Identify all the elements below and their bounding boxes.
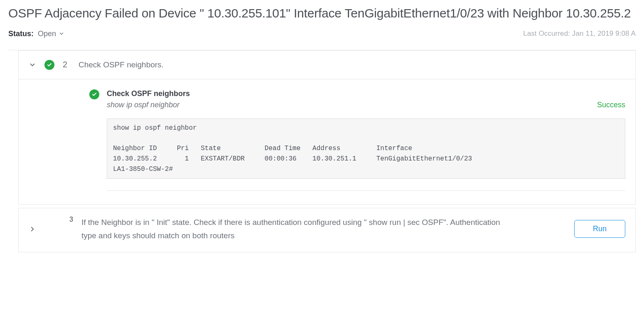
- status-row: Status: Open Last Occurred: Jan 11, 2019…: [8, 30, 636, 50]
- chevron-down-icon: [29, 61, 36, 69]
- step-body-2: Check OSPF neighbors show ip ospf neighb…: [19, 79, 635, 205]
- substep-title: Check OSPF neighbors: [107, 89, 625, 98]
- status-success-icon: [89, 89, 99, 99]
- status-dropdown[interactable]: Open: [38, 30, 64, 38]
- substep-result: Success: [597, 101, 625, 109]
- step-description: If the Neighbor is in " Init" state. Che…: [81, 216, 514, 242]
- step-card-3: 3 If the Neighbor is in " Init" state. C…: [18, 208, 636, 252]
- collapse-toggle[interactable]: [29, 61, 36, 69]
- status-value-text: Open: [38, 30, 56, 38]
- status-label: Status:: [8, 30, 34, 38]
- last-occurred: Last Occurred: Jan 11, 2019 9:08 A: [523, 30, 636, 38]
- cli-output[interactable]: show ip ospf neighbor Neighbor ID Pri St…: [107, 118, 625, 179]
- run-button[interactable]: Run: [574, 220, 625, 238]
- check-icon: [47, 62, 52, 67]
- page-title: OSPF Adjacency Failed on Device " 10.30.…: [8, 5, 636, 22]
- step-description: Check OSPF neighbors.: [79, 60, 164, 69]
- chevron-down-icon: [59, 31, 64, 37]
- step-card-2: 2 Check OSPF neighbors. Check OSPF neigh…: [18, 50, 636, 205]
- divider: [107, 190, 625, 191]
- step-header-2[interactable]: 2 Check OSPF neighbors.: [19, 51, 635, 79]
- step-number: 2: [63, 60, 70, 69]
- substep-command: show ip ospf neighbor: [107, 101, 179, 109]
- chevron-right-icon: [29, 225, 36, 233]
- step-number: 3: [69, 216, 73, 223]
- expand-toggle[interactable]: [29, 225, 36, 233]
- status-success-icon: [44, 60, 54, 70]
- check-icon: [92, 92, 97, 97]
